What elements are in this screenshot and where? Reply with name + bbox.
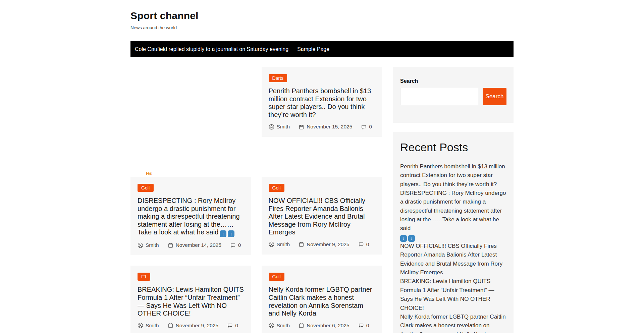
recent-post-item: BREAKING: Lewis Hamilton QUITS Formula 1…	[400, 277, 506, 312]
comments-icon	[358, 323, 364, 328]
down-arrow-emoji: ↓	[228, 230, 234, 237]
category-badge[interactable]: F1	[138, 273, 150, 281]
post-card: Golf DISRESPECTING : Rory McIlroy underg…	[130, 177, 251, 255]
post-meta: Smith November 9, 2025 0	[269, 241, 375, 247]
recent-post-item: DISRESPECTING : Rory McIlroy undergo a d…	[400, 189, 506, 242]
post-title-link[interactable]: NOW OFFICIAL!!! CBS Officially Fires Rep…	[269, 197, 366, 236]
recent-post-link[interactable]: DISRESPECTING : Rory McIlroy undergo a d…	[400, 190, 506, 240]
recent-post-item: NOW OFFICIAL!!! CBS Officially Fires Rep…	[400, 242, 506, 277]
recent-post-link[interactable]: BREAKING: Lewis Hamilton QUITS Formula 1…	[400, 278, 494, 311]
author-icon	[269, 323, 274, 328]
broken-featured-image-cell	[130, 67, 251, 166]
post-comments: 0	[361, 124, 372, 130]
nav-item-sample-page[interactable]: Sample Page	[293, 46, 334, 52]
recent-post-item: Nelly Korda former LGBTQ partner Caitlin…	[400, 313, 506, 333]
search-input[interactable]	[400, 88, 478, 105]
post-author: Smith	[269, 124, 290, 130]
author-icon	[269, 241, 274, 247]
site-title[interactable]: Sport channel	[130, 10, 514, 21]
calendar-icon	[299, 124, 304, 130]
post-date: November 6, 2025	[299, 323, 350, 329]
site-header: Sport channel News around the world	[130, 0, 514, 30]
comments-icon	[230, 242, 236, 248]
down-arrow-emoji: ↓	[220, 230, 226, 237]
post-comments: 0	[358, 323, 369, 329]
comments-icon	[361, 124, 367, 130]
post-author: Smith	[138, 242, 159, 248]
search-button[interactable]: Search	[483, 88, 506, 105]
calendar-icon	[168, 242, 173, 248]
post-meta: Smith November 9, 2025 0	[138, 323, 244, 329]
down-arrow-emoji: ↓	[400, 235, 407, 242]
calendar-icon	[168, 323, 173, 328]
post-comments: 0	[358, 241, 369, 247]
post-meta: Smith November 14, 2025 0	[138, 242, 244, 248]
post-meta: Smith November 6, 2025 0	[269, 323, 375, 329]
post-title-link[interactable]: Penrith Panthers bombshell in $13 millio…	[269, 87, 371, 118]
post-date: November 15, 2025	[299, 124, 352, 130]
post-title-link[interactable]: Nelly Korda former LGBTQ partner Caitlin…	[269, 286, 372, 317]
sidebar: Search Search Recent Posts Penrith Panth…	[393, 67, 514, 333]
calendar-icon	[299, 323, 304, 328]
category-badge[interactable]: Darts	[269, 74, 287, 82]
post-author: Smith	[138, 323, 159, 329]
post-card: Darts Penrith Panthers bombshell in $13 …	[262, 67, 382, 137]
recent-posts-widget: Recent Posts Penrith Panthers bombshell …	[393, 132, 514, 333]
search-widget-title: Search	[400, 78, 506, 84]
comments-icon	[358, 241, 364, 247]
broken-image-placeholder: HB	[146, 170, 151, 176]
posts-grid: HB Darts Penrith Panthers bombshell in $…	[130, 67, 382, 333]
recent-posts-heading: Recent Posts	[400, 141, 506, 154]
post-date: November 9, 2025	[168, 323, 219, 329]
calendar-icon	[299, 241, 304, 247]
post-comments: 0	[227, 323, 238, 329]
category-badge[interactable]: Golf	[138, 184, 154, 192]
post-title-link[interactable]: DISRESPECTING : Rory McIlroy undergo a d…	[138, 197, 240, 236]
category-badge[interactable]: Golf	[269, 184, 285, 192]
recent-post-link[interactable]: Penrith Panthers bombshell in $13 millio…	[400, 163, 505, 187]
post-card: F1 BREAKING: Lewis Hamilton QUITS Formul…	[130, 266, 251, 333]
comments-icon	[227, 323, 233, 328]
author-icon	[138, 323, 143, 328]
recent-post-link[interactable]: NOW OFFICIAL!!! CBS Officially Fires Rep…	[400, 243, 502, 276]
search-widget: Search Search	[393, 67, 514, 123]
author-icon	[138, 242, 143, 248]
post-author: Smith	[269, 241, 290, 247]
down-arrow-emoji: ↓	[408, 235, 415, 242]
nav-item-post-link[interactable]: Cole Caufield replied stupidly to a jour…	[130, 46, 293, 52]
post-card: Golf Nelly Korda former LGBTQ partner Ca…	[262, 266, 382, 333]
post-meta: Smith November 15, 2025 0	[269, 124, 375, 130]
post-title-link[interactable]: BREAKING: Lewis Hamilton QUITS Formula 1…	[138, 286, 244, 317]
post-date: November 9, 2025	[299, 241, 350, 247]
category-badge[interactable]: Golf	[269, 273, 285, 281]
main-nav: Cole Caufield replied stupidly to a jour…	[130, 41, 514, 57]
post-card: Golf NOW OFFICIAL!!! CBS Officially Fire…	[262, 177, 382, 255]
recent-post-item: Penrith Panthers bombshell in $13 millio…	[400, 162, 506, 189]
recent-post-link[interactable]: Nelly Korda former LGBTQ partner Caitlin…	[400, 314, 506, 333]
post-date: November 14, 2025	[168, 242, 221, 248]
post-comments: 0	[230, 242, 241, 248]
site-tagline: News around the world	[130, 25, 514, 30]
post-author: Smith	[269, 323, 290, 329]
author-icon	[269, 124, 274, 130]
